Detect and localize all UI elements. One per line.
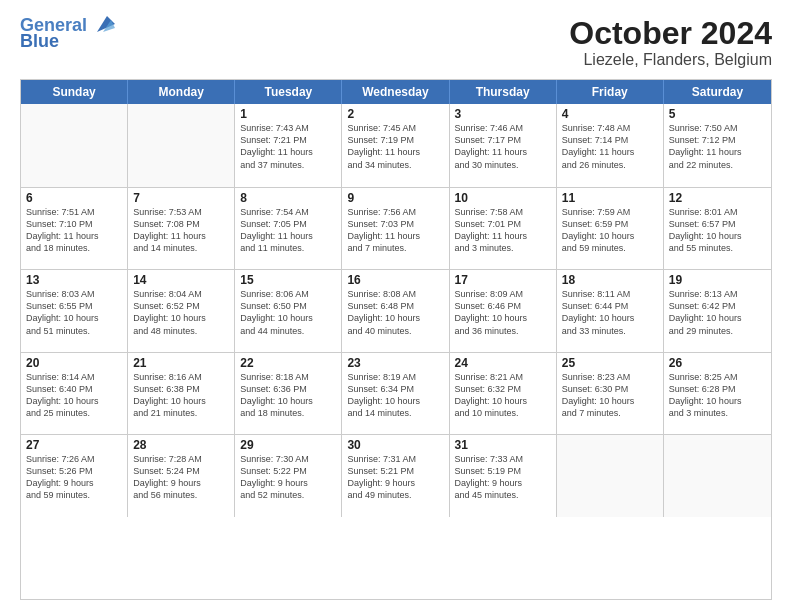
day-number: 14	[133, 273, 229, 287]
calendar-cell-r2c3: 16Sunrise: 8:08 AMSunset: 6:48 PMDayligh…	[342, 270, 449, 351]
cell-text-line: Sunset: 5:24 PM	[133, 465, 229, 477]
calendar-body: 1Sunrise: 7:43 AMSunset: 7:21 PMDaylight…	[21, 104, 771, 599]
calendar-cell-r1c2: 8Sunrise: 7:54 AMSunset: 7:05 PMDaylight…	[235, 188, 342, 269]
calendar-cell-r2c6: 19Sunrise: 8:13 AMSunset: 6:42 PMDayligh…	[664, 270, 771, 351]
calendar-cell-r2c5: 18Sunrise: 8:11 AMSunset: 6:44 PMDayligh…	[557, 270, 664, 351]
day-number: 5	[669, 107, 766, 121]
cell-text-line: Sunrise: 7:54 AM	[240, 206, 336, 218]
calendar-cell-r0c5: 4Sunrise: 7:48 AMSunset: 7:14 PMDaylight…	[557, 104, 664, 186]
cell-text-line: Sunrise: 8:14 AM	[26, 371, 122, 383]
calendar-cell-r4c4: 31Sunrise: 7:33 AMSunset: 5:19 PMDayligh…	[450, 435, 557, 516]
cell-text-line: and 22 minutes.	[669, 159, 766, 171]
calendar-cell-r0c1	[128, 104, 235, 186]
cell-text-line: and 59 minutes.	[26, 489, 122, 501]
cell-text-line: Daylight: 10 hours	[26, 312, 122, 324]
cell-text-line: Daylight: 10 hours	[133, 312, 229, 324]
cell-text-line: Sunrise: 8:01 AM	[669, 206, 766, 218]
cell-text-line: Daylight: 10 hours	[240, 395, 336, 407]
day-number: 30	[347, 438, 443, 452]
col-friday: Friday	[557, 80, 664, 104]
cell-text-line: Sunrise: 8:18 AM	[240, 371, 336, 383]
calendar-cell-r1c0: 6Sunrise: 7:51 AMSunset: 7:10 PMDaylight…	[21, 188, 128, 269]
calendar-row-1: 6Sunrise: 7:51 AMSunset: 7:10 PMDaylight…	[21, 187, 771, 269]
calendar-cell-r3c4: 24Sunrise: 8:21 AMSunset: 6:32 PMDayligh…	[450, 353, 557, 434]
cell-text-line: and 29 minutes.	[669, 325, 766, 337]
cell-text-line: Daylight: 10 hours	[347, 312, 443, 324]
cell-text-line: Sunset: 6:59 PM	[562, 218, 658, 230]
cell-text-line: Daylight: 10 hours	[562, 312, 658, 324]
cell-text-line: Sunset: 7:14 PM	[562, 134, 658, 146]
cell-text-line: Sunset: 7:03 PM	[347, 218, 443, 230]
cell-text-line: and 26 minutes.	[562, 159, 658, 171]
calendar-row-4: 27Sunrise: 7:26 AMSunset: 5:26 PMDayligh…	[21, 434, 771, 516]
cell-text-line: Sunrise: 7:59 AM	[562, 206, 658, 218]
col-saturday: Saturday	[664, 80, 771, 104]
day-number: 16	[347, 273, 443, 287]
calendar: Sunday Monday Tuesday Wednesday Thursday…	[20, 79, 772, 600]
cell-text-line: Daylight: 11 hours	[240, 146, 336, 158]
cell-text-line: and 14 minutes.	[347, 407, 443, 419]
header: General Blue October 2024 Liezele, Fland…	[20, 16, 772, 69]
cell-text-line: Sunset: 7:12 PM	[669, 134, 766, 146]
calendar-cell-r1c6: 12Sunrise: 8:01 AMSunset: 6:57 PMDayligh…	[664, 188, 771, 269]
cell-text-line: Sunrise: 8:06 AM	[240, 288, 336, 300]
cell-text-line: and 36 minutes.	[455, 325, 551, 337]
day-number: 15	[240, 273, 336, 287]
day-number: 7	[133, 191, 229, 205]
cell-text-line: Sunrise: 7:46 AM	[455, 122, 551, 134]
cell-text-line: Sunset: 6:42 PM	[669, 300, 766, 312]
calendar-cell-r4c1: 28Sunrise: 7:28 AMSunset: 5:24 PMDayligh…	[128, 435, 235, 516]
cell-text-line: and 25 minutes.	[26, 407, 122, 419]
day-number: 29	[240, 438, 336, 452]
cell-text-line: Sunrise: 8:08 AM	[347, 288, 443, 300]
cell-text-line: Daylight: 10 hours	[455, 312, 551, 324]
calendar-cell-r2c2: 15Sunrise: 8:06 AMSunset: 6:50 PMDayligh…	[235, 270, 342, 351]
cell-text-line: and 55 minutes.	[669, 242, 766, 254]
cell-text-line: and 51 minutes.	[26, 325, 122, 337]
calendar-title: October 2024	[569, 16, 772, 51]
cell-text-line: and 33 minutes.	[562, 325, 658, 337]
cell-text-line: Daylight: 10 hours	[455, 395, 551, 407]
day-number: 3	[455, 107, 551, 121]
cell-text-line: and 34 minutes.	[347, 159, 443, 171]
cell-text-line: Sunrise: 8:13 AM	[669, 288, 766, 300]
day-number: 24	[455, 356, 551, 370]
cell-text-line: Sunset: 6:30 PM	[562, 383, 658, 395]
cell-text-line: Daylight: 11 hours	[133, 230, 229, 242]
col-monday: Monday	[128, 80, 235, 104]
cell-text-line: Daylight: 11 hours	[240, 230, 336, 242]
cell-text-line: Daylight: 10 hours	[133, 395, 229, 407]
calendar-cell-r0c4: 3Sunrise: 7:46 AMSunset: 7:17 PMDaylight…	[450, 104, 557, 186]
cell-text-line: Sunset: 6:46 PM	[455, 300, 551, 312]
day-number: 8	[240, 191, 336, 205]
cell-text-line: Sunset: 5:19 PM	[455, 465, 551, 477]
cell-text-line: Sunrise: 7:53 AM	[133, 206, 229, 218]
calendar-cell-r4c2: 29Sunrise: 7:30 AMSunset: 5:22 PMDayligh…	[235, 435, 342, 516]
cell-text-line: Sunset: 5:21 PM	[347, 465, 443, 477]
cell-text-line: and 7 minutes.	[347, 242, 443, 254]
cell-text-line: Sunset: 6:32 PM	[455, 383, 551, 395]
day-number: 13	[26, 273, 122, 287]
calendar-cell-r2c1: 14Sunrise: 8:04 AMSunset: 6:52 PMDayligh…	[128, 270, 235, 351]
cell-text-line: and 3 minutes.	[455, 242, 551, 254]
cell-text-line: Sunrise: 7:45 AM	[347, 122, 443, 134]
logo-text-blue: Blue	[20, 32, 59, 52]
cell-text-line: Daylight: 10 hours	[26, 395, 122, 407]
calendar-cell-r0c2: 1Sunrise: 7:43 AMSunset: 7:21 PMDaylight…	[235, 104, 342, 186]
cell-text-line: Sunrise: 7:58 AM	[455, 206, 551, 218]
calendar-cell-r2c0: 13Sunrise: 8:03 AMSunset: 6:55 PMDayligh…	[21, 270, 128, 351]
cell-text-line: Sunset: 6:40 PM	[26, 383, 122, 395]
col-thursday: Thursday	[450, 80, 557, 104]
calendar-cell-r3c1: 21Sunrise: 8:16 AMSunset: 6:38 PMDayligh…	[128, 353, 235, 434]
cell-text-line: and 52 minutes.	[240, 489, 336, 501]
cell-text-line: Sunrise: 8:21 AM	[455, 371, 551, 383]
calendar-cell-r3c3: 23Sunrise: 8:19 AMSunset: 6:34 PMDayligh…	[342, 353, 449, 434]
day-number: 20	[26, 356, 122, 370]
cell-text-line: Sunrise: 7:51 AM	[26, 206, 122, 218]
day-number: 1	[240, 107, 336, 121]
col-wednesday: Wednesday	[342, 80, 449, 104]
cell-text-line: Daylight: 9 hours	[455, 477, 551, 489]
cell-text-line: and 37 minutes.	[240, 159, 336, 171]
cell-text-line: Daylight: 9 hours	[133, 477, 229, 489]
day-number: 12	[669, 191, 766, 205]
